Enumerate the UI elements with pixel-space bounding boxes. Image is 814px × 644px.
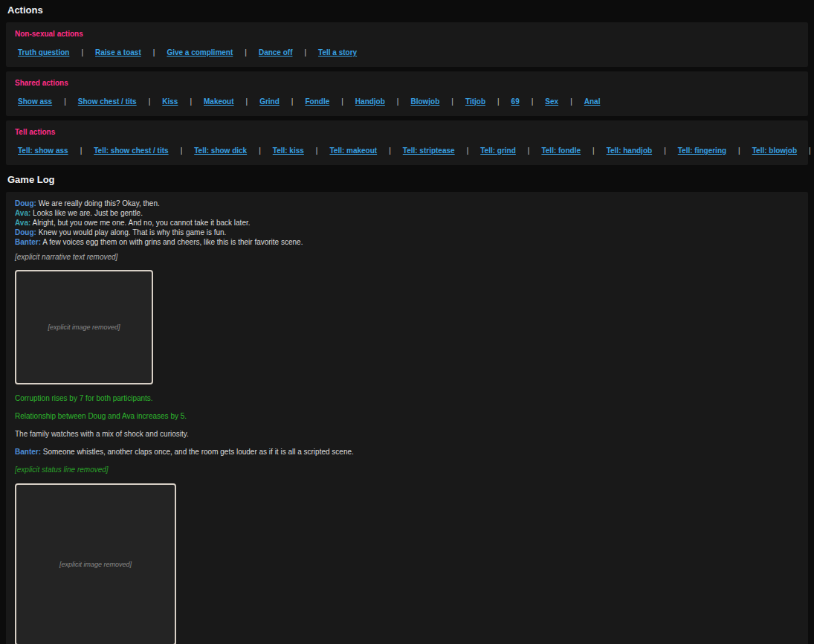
log-status-line: [explicit status line removed] xyxy=(15,466,799,474)
actions-section-title: Actions xyxy=(0,0,814,21)
log-dialogue-line: Doug: We are really doing this? Okay, th… xyxy=(15,199,799,207)
log-speaker-name: Banter: xyxy=(15,238,41,246)
link-separator: | xyxy=(397,97,399,106)
link-separator: | xyxy=(259,146,261,155)
link-separator: | xyxy=(149,97,151,106)
log-dialogue-text: Knew you would play along. That is why t… xyxy=(36,228,227,236)
action-link[interactable]: Tell: fondle xyxy=(541,146,581,155)
action-link[interactable]: Makeout xyxy=(204,97,234,106)
action-links-row: Tell: show ass|Tell: show chest / tits|T… xyxy=(15,146,799,155)
action-link[interactable]: Tell: grind xyxy=(480,146,516,155)
log-status-line: Corruption rises by 7 for both participa… xyxy=(15,394,799,402)
action-link[interactable]: Tell: kiss xyxy=(273,146,304,155)
action-link[interactable]: Raise a toast xyxy=(95,48,141,57)
action-group: Shared actionsShow ass|Show chest / tits… xyxy=(6,71,808,116)
link-separator: | xyxy=(81,48,83,57)
log-speaker-name: Ava: xyxy=(15,209,30,217)
log-observation-line: The family watches with a mix of shock a… xyxy=(15,430,799,438)
log-speaker-name: Doug: xyxy=(15,199,36,207)
link-separator: | xyxy=(153,48,155,57)
log-dialogue-line: Banter: Someone whistles, another claps … xyxy=(15,448,799,456)
action-link[interactable]: Tell: fingering xyxy=(678,146,726,155)
link-separator: | xyxy=(341,97,343,106)
action-link[interactable]: Tell a story xyxy=(318,48,357,57)
action-link[interactable]: Give a compliment xyxy=(167,48,233,57)
action-link[interactable]: Tell: show chest / tits xyxy=(94,146,168,155)
link-separator: | xyxy=(64,97,66,106)
action-link[interactable]: Tell: blowjob xyxy=(752,146,797,155)
log-dialogue-line: Ava: Looks like we are. Just be gentle. xyxy=(15,209,799,217)
log-dialogue-text: Looks like we are. Just be gentle. xyxy=(30,209,143,217)
log-speaker-name: Banter: xyxy=(15,448,41,456)
action-group-title: Shared actions xyxy=(15,79,799,87)
link-separator: | xyxy=(389,146,391,155)
action-link[interactable]: Fondle xyxy=(305,97,329,106)
action-group-title: Tell actions xyxy=(15,128,799,136)
link-separator: | xyxy=(246,97,248,106)
link-separator: | xyxy=(570,97,572,106)
link-separator: | xyxy=(532,97,534,106)
log-image-placeholder[interactable]: [explicit image removed] xyxy=(15,270,153,384)
link-separator: | xyxy=(291,97,294,106)
link-separator: | xyxy=(738,146,740,155)
action-group-title: Non-sexual actions xyxy=(15,30,799,38)
link-separator: | xyxy=(316,146,318,155)
link-separator: | xyxy=(80,146,83,155)
action-link[interactable]: Dance off xyxy=(259,48,293,57)
page-root: Actions Non-sexual actionsTruth question… xyxy=(0,0,814,644)
action-link[interactable]: Tell: show ass xyxy=(18,146,68,155)
link-separator: | xyxy=(190,97,192,106)
log-dialogue-line: Banter: A few voices egg them on with gr… xyxy=(15,238,799,246)
link-separator: | xyxy=(245,48,247,57)
action-link[interactable]: Sex xyxy=(545,97,558,106)
action-link[interactable]: Truth question xyxy=(18,48,69,57)
link-separator: | xyxy=(528,146,530,155)
action-link[interactable]: Tell: striptease xyxy=(403,146,455,155)
action-links-row: Show ass|Show chest / tits|Kiss|Makeout|… xyxy=(15,97,799,106)
game-log-section-title: Game Log xyxy=(0,170,814,190)
log-image-label: [explicit image removed] xyxy=(56,558,135,571)
link-separator: | xyxy=(467,146,469,155)
action-group: Tell actionsTell: show ass|Tell: show ch… xyxy=(6,120,808,165)
action-link[interactable]: Grind xyxy=(259,97,280,106)
game-log-panel: Doug: We are really doing this? Okay, th… xyxy=(6,192,808,644)
log-dialogue-text: We are really doing this? Okay, then. xyxy=(36,199,160,207)
link-separator: | xyxy=(809,146,811,155)
action-link[interactable]: Handjob xyxy=(355,97,385,106)
link-separator: | xyxy=(664,146,666,155)
action-link[interactable]: Tell: show dick xyxy=(194,146,247,155)
action-groups-container: Non-sexual actionsTruth question|Raise a… xyxy=(0,22,814,165)
action-link[interactable]: Kiss xyxy=(162,97,178,106)
log-narrative-line: [explicit narrative text removed] xyxy=(15,253,799,261)
action-link[interactable]: Titjob xyxy=(465,97,485,106)
action-link[interactable]: Show chest / tits xyxy=(78,97,137,106)
action-group: Non-sexual actionsTruth question|Raise a… xyxy=(6,22,808,67)
link-separator: | xyxy=(181,146,183,155)
action-link[interactable]: Blowjob xyxy=(410,97,439,106)
link-separator: | xyxy=(304,48,306,57)
log-image-placeholder[interactable]: [explicit image removed] xyxy=(15,483,176,644)
log-dialogue-text: Alright, but you owe me one. And no, you… xyxy=(30,219,250,227)
action-link[interactable]: Anal xyxy=(584,97,601,106)
log-speaker-name: Doug: xyxy=(15,228,36,236)
log-dialogue-line: Ava: Alright, but you owe me one. And no… xyxy=(15,219,799,227)
log-dialogue-line: Doug: Knew you would play along. That is… xyxy=(15,228,799,236)
link-separator: | xyxy=(592,146,595,155)
log-image-label: [explicit image removed] xyxy=(45,321,123,334)
log-dialogue-text: A few voices egg them on with grins and … xyxy=(41,238,303,246)
log-status-line: Relationship between Doug and Ava increa… xyxy=(15,412,799,420)
link-separator: | xyxy=(451,97,453,106)
action-link[interactable]: Show ass xyxy=(18,97,52,106)
log-speaker-name: Ava: xyxy=(15,219,30,227)
link-separator: | xyxy=(497,97,500,106)
action-link[interactable]: 69 xyxy=(511,97,520,106)
action-link[interactable]: Tell: handjob xyxy=(607,146,652,155)
action-link[interactable]: Tell: makeout xyxy=(329,146,377,155)
action-links-row: Truth question|Raise a toast|Give a comp… xyxy=(15,48,799,57)
log-dialogue-text: Someone whistles, another claps once, an… xyxy=(41,448,354,456)
